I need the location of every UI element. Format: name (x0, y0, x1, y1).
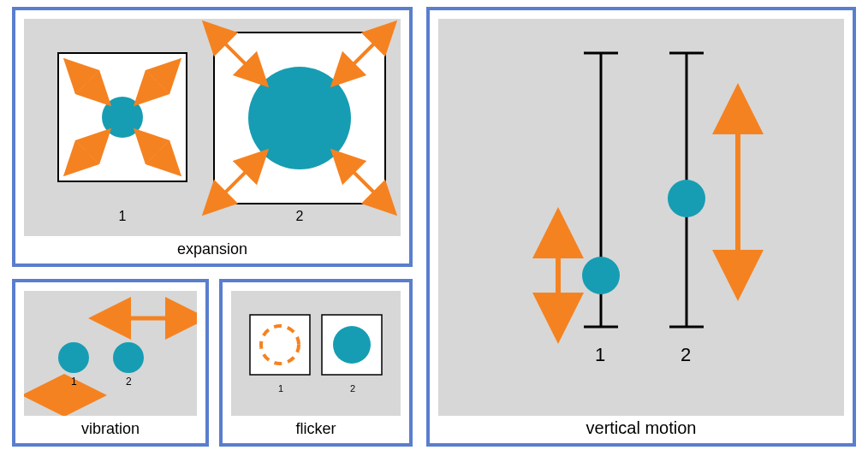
panel-vibration-inner: 1 2 (24, 291, 197, 416)
vibration-illustration: 1 2 (24, 291, 197, 416)
svg-point-1 (102, 97, 143, 138)
flicker-illustration: 1 2 (231, 291, 401, 416)
flicker-label-2: 2 (350, 383, 355, 394)
vertical-caption: vertical motion (430, 418, 853, 438)
vibration-label-1: 1 (71, 376, 77, 388)
vibration-dot-1 (58, 342, 89, 373)
panel-vertical-inner: 1 2 (438, 19, 844, 416)
expansion-state-1 (58, 53, 187, 181)
vibration-caption: vibration (15, 420, 205, 438)
panel-expansion: 1 2 expansion (12, 7, 413, 267)
flicker-box-1 (250, 315, 310, 375)
panel-vertical: 1 2 vertical motion (426, 7, 856, 447)
expansion-label-1: 1 (114, 209, 131, 224)
flicker-filled-circle-icon (333, 326, 371, 364)
vibration-label-2: 2 (126, 376, 132, 388)
panel-vibration: 1 2 vibration (12, 279, 209, 447)
expansion-label-2: 2 (291, 209, 308, 224)
expansion-illustration (24, 19, 401, 236)
panel-flicker-inner: 1 2 (231, 291, 401, 416)
expansion-caption: expansion (15, 240, 409, 258)
vertical-label-2: 2 (681, 344, 691, 365)
flicker-label-1: 1 (278, 383, 283, 394)
vertical-label-1: 1 (595, 344, 605, 365)
vertical-dot-1 (582, 257, 620, 294)
expansion-state-2 (214, 33, 385, 204)
vibration-dot-2 (113, 342, 144, 373)
vertical-illustration: 1 2 (438, 19, 844, 416)
panel-flicker: 1 2 flicker (219, 279, 413, 447)
diagram-stage: 1 2 expansion (0, 0, 868, 456)
panel-expansion-inner: 1 2 (24, 19, 401, 236)
svg-point-7 (248, 67, 351, 169)
flicker-caption: flicker (223, 420, 409, 438)
vertical-dot-2 (668, 180, 705, 217)
